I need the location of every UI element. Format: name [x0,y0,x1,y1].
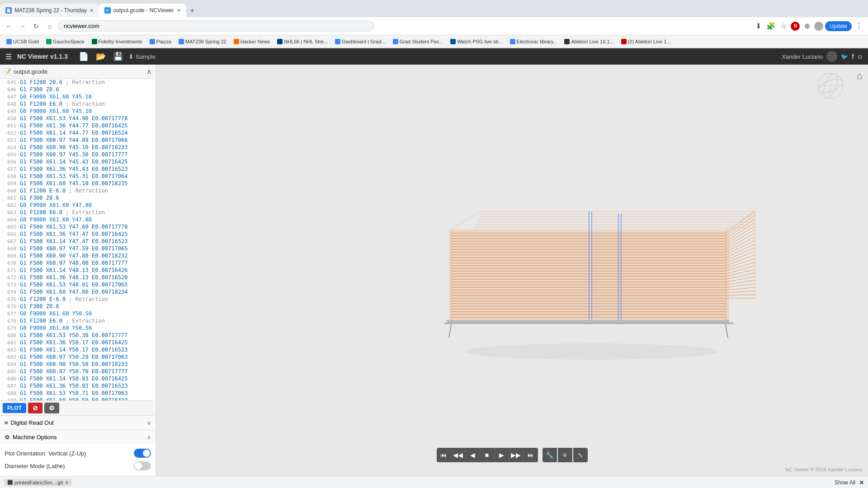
playback-stop[interactable]: ■ [480,448,495,462]
back-button[interactable]: ← [4,21,14,32]
menu-button[interactable]: ⋮ [854,21,864,32]
save-file-button[interactable]: 💾 [111,51,125,62]
code-line[interactable]: 671G1 F500 X61.14 Y48.13 E0.00716426 [0,267,156,274]
new-tab-button[interactable]: + [186,5,199,17]
playback-next[interactable]: ▶▶ [509,448,524,462]
code-line[interactable]: 673G1 F500 X61.53 Y48.01 E0.00717065 [0,282,156,289]
show-all-button[interactable]: Show All [835,479,855,486]
code-line[interactable]: 684G1 F500 X60.90 Y50.50 E0.00718233 [0,361,156,368]
open-file-button[interactable]: 📂 [94,51,108,62]
code-line[interactable]: 675G1 F1200 E-6.0 ; Retraction [0,296,156,303]
bookmark-library[interactable]: Electronic library... [507,38,560,45]
code-line[interactable]: 663G1 F1200 E6.0 ; Extraction [0,209,156,216]
code-line[interactable]: 668G1 F500 X60.97 Y47.59 E0.00717065 [0,245,156,253]
github-icon[interactable]: ⊙ [858,53,863,60]
sample-button[interactable]: ⬇ Sample [128,53,156,60]
code-line[interactable]: 669G1 F500 X60.90 Y47.80 E0.00718232 [0,253,156,260]
bookmark-hackernews[interactable]: Hacker News [231,38,273,45]
code-line[interactable]: 650G1 F500 X61.53 Y44.90 E0.00717778 [0,115,156,122]
profile-icon[interactable] [814,22,823,31]
footer-tab-close[interactable]: ∧ [65,480,68,485]
code-area[interactable]: 645G1 F1200 20.6 ; Retraction646G1 F300 … [0,79,156,400]
code-line[interactable]: 682G1 F500 X61.14 Y50.17 E0.00716523 [0,347,156,354]
code-line[interactable]: 670G1 F500 X60.97 Y48.00 E0.00717777 [0,260,156,267]
bookmark-ableton2[interactable]: (2) Ableton Live 1... [618,38,674,45]
code-line[interactable]: 649G0 F9000 X61.60 Y45.10 [0,108,156,115]
tab-ncviewer[interactable]: ⚙ output.gcode - NCViewer ✕ [99,4,186,17]
section-digital-read-out-header[interactable]: ≡ Digital Read Out ∨ [0,416,156,430]
facebook-icon[interactable]: f [852,53,854,60]
code-line[interactable]: 666G1 F500 X61.36 Y47.47 E0.00716425 [0,231,156,238]
code-line[interactable]: 658G1 F500 X61.53 Y45.31 E0.00717064 [0,173,156,180]
code-line[interactable]: 667G1 F500 X61.14 Y47.47 E0.00716523 [0,238,156,245]
bookmark-piazza[interactable]: Piazza [147,38,174,45]
bookmark-icon[interactable]: ☆ [778,21,789,32]
bookmark-mat238[interactable]: MAT238 Spring 22 [176,38,229,45]
address-input[interactable] [58,20,374,32]
toggle-plot-orientation[interactable] [134,449,151,458]
code-line[interactable]: 647G0 F9000 X61.60 Y45.10 [0,94,156,101]
code-line[interactable]: 656G1 F500 X61.14 Y45.43 E0.00716425 [0,159,156,166]
code-line[interactable]: 655G1 F500 X60.97 Y45.30 E0.00717777 [0,151,156,159]
code-line[interactable]: 672G1 F500 X61.36 Y48.13 E0.00716520 [0,274,156,282]
code-line[interactable]: 653G1 F500 X60.97 Y44.89 E0.00717066 [0,137,156,144]
close-panel-button[interactable]: ∧ [146,67,152,76]
extensions-icon[interactable]: 🧩 [765,21,776,32]
playback-prev-frame[interactable]: ◀◀ [451,448,466,462]
code-line[interactable]: 657G1 F500 X61.36 Y45.43 E0.00716523 [0,166,156,173]
viewport[interactable]: ⌂ [156,65,868,476]
bookmark-fidelity[interactable]: Fidelity Investments [89,38,145,45]
tab-mat238[interactable]: 📄 MAT238 Spring 22 - Thursday ✕ [0,4,99,17]
code-line[interactable]: 660G1 F1200 E-6.0 ; Retraction [0,188,156,195]
bookmark-psg[interactable]: Watch PSG live str... [448,38,505,45]
tab-close-2[interactable]: ✕ [177,8,181,14]
footer-tab[interactable]: ⬛ printedFabricSim....gh ∧ [4,479,72,486]
bookmark-grad[interactable]: Grad Student Pac... [390,38,446,45]
code-line[interactable]: 679G0 F9000 X61.60 Y50.50 [0,325,156,332]
code-line[interactable]: 680G1 F500 X61.53 Y50.30 E0.00717777 [0,332,156,339]
code-line[interactable]: 678G1 F1200 E6.0 ; Extraction [0,318,156,325]
home-button[interactable]: ⌂ [44,21,55,32]
update-button[interactable]: Update [825,21,852,31]
playback-prev[interactable]: ◀ [466,448,480,462]
playback-play[interactable]: ▶ [495,448,509,462]
playback-settings-3[interactable]: ⤡ [573,448,588,462]
user-avatar[interactable] [826,51,837,62]
bookmark-ucsb[interactable]: UCSB Gold [4,38,42,45]
twitter-icon[interactable]: 🐦 [841,53,848,60]
playback-skip-end[interactable]: ⏭ [524,448,538,462]
bookmark-dashboard[interactable]: Dashboard | Grad... [332,38,388,45]
footer-close-button[interactable]: ✕ [859,479,864,486]
toggle-diameter-mode[interactable] [134,461,151,470]
settings-button[interactable]: ⚙ [44,403,59,413]
home-view-button[interactable]: ⌂ [857,70,863,82]
code-line[interactable]: 686G1 F500 X61.14 Y50.83 E0.00716425 [0,375,156,383]
menu-hamburger[interactable]: ☰ [5,52,12,61]
code-line[interactable]: 688G1 F500 X61.53 Y50.71 E0.00717063 [0,390,156,397]
stop-button[interactable]: ⊘ [28,403,42,413]
code-line[interactable]: 687G1 F500 X61.36 Y50.83 E0.00716523 [0,383,156,390]
code-line[interactable]: 645G1 F1200 20.6 ; Retraction [0,79,156,86]
bookmark-nhl[interactable]: NHL66 | NHL Stre... [274,38,330,45]
code-line[interactable]: 674G1 F500 X61.60 Y47.80 E0.00718234 [0,289,156,296]
download-icon[interactable]: ⬇ [753,21,764,32]
forward-button[interactable]: → [17,21,28,32]
code-line[interactable]: 689G1 F500 X61.60 Y50.50 E0.00718333 [0,397,156,400]
bookmark-gaucho[interactable]: GauchoSpace [43,38,87,45]
tab-close-1[interactable]: ✕ [90,8,94,14]
code-line[interactable]: 685G1 F500 X60.97 Y50.70 E0.00717777 [0,368,156,375]
code-line[interactable]: 683G1 F500 X60.97 Y50.29 E0.00717063 [0,354,156,361]
code-line[interactable]: 648G1 F1200 E6.0 ; Extraction [0,101,156,108]
plot-button[interactable]: PLOT [3,403,26,413]
code-line[interactable]: 665G1 F500 X61.53 Y47.60 E0.00717778 [0,224,156,231]
code-line[interactable]: 646G1 F300 Z0.6 [0,86,156,94]
code-line[interactable]: 659G1 F500 X61.60 Y45.10 E0.00718235 [0,180,156,188]
reload-button[interactable]: ↻ [31,21,42,32]
code-line[interactable]: 661G1 F300 Z0.6 [0,195,156,202]
code-line[interactable]: 676G1 F300 Z0.6 [0,303,156,310]
section-machine-options-header[interactable]: ⚙ Machine Options ∧ [0,430,156,444]
code-line[interactable]: 651G1 F500 X61.36 Y44.77 E0.00716425 [0,122,156,130]
code-line[interactable]: 681G1 F500 X61.36 Y50.17 E0.00716425 [0,339,156,347]
new-file-button[interactable]: 📄 [77,51,90,62]
extensions-icon-2[interactable]: ⊕ [802,21,812,32]
